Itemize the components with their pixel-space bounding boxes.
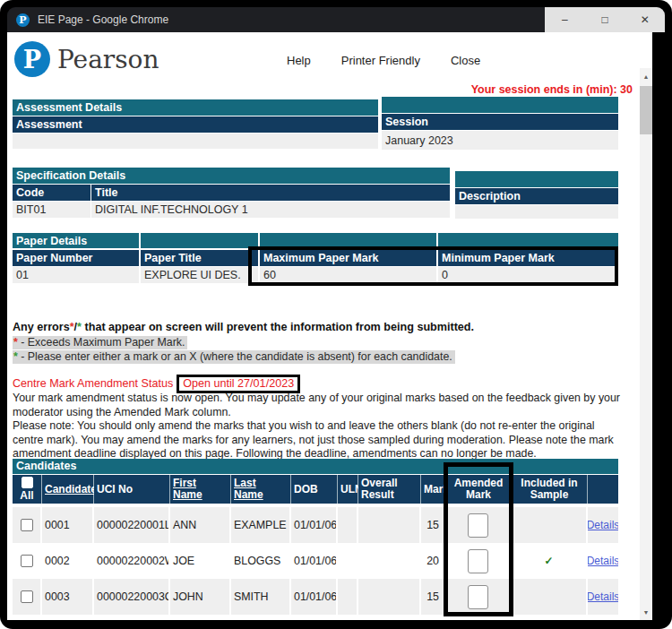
spec-title-header: Title <box>91 185 450 201</box>
description-value <box>455 205 618 219</box>
paper-number-value: 01 <box>13 267 139 283</box>
included-in-sample-cell <box>512 579 588 615</box>
candidate-cell: 0001 <box>42 507 94 543</box>
min-paper-mark-value: 0 <box>438 267 618 283</box>
mark-cell: 15 <box>421 507 446 543</box>
col-header-uci-no: UCI No <box>94 475 170 504</box>
amended-mark-input[interactable] <box>468 549 488 573</box>
included-in-sample-cell <box>512 507 588 543</box>
error-item-mark-or-x: * - Please enter either a mark or an X (… <box>13 350 455 364</box>
uci-cell: 00000220001L <box>94 507 170 543</box>
minimize-icon[interactable]: – <box>545 7 585 32</box>
col-header-candidate[interactable]: Candidate <box>42 475 94 504</box>
max-paper-mark-header: Maximum Paper Mark <box>260 250 436 266</box>
amended-mark-input[interactable] <box>468 513 488 538</box>
pearson-logo-icon: P <box>14 41 50 77</box>
paper-details-caption: Paper Details <box>13 233 139 248</box>
uln-cell <box>338 579 358 615</box>
paper-number-header: Paper Number <box>13 250 139 266</box>
assessment-header: Assessment <box>13 116 378 133</box>
details-cell: Details <box>588 579 618 615</box>
pearson-favicon-icon: P <box>16 13 30 27</box>
vertical-scrollbar[interactable]: ▲ ▼ <box>640 68 652 620</box>
col-header-overall-result: Overall Result <box>358 475 421 504</box>
session-caption <box>382 97 618 113</box>
amendment-paragraph-1: Your mark amendment status is now open. … <box>13 392 625 419</box>
paper-caption-spacer-1 <box>141 233 258 248</box>
scroll-up-icon[interactable]: ▲ <box>640 70 652 82</box>
amended-mark-cell <box>446 507 512 543</box>
last-name-cell: BLOGGS <box>231 543 291 579</box>
window-controls: – □ ✕ <box>545 7 665 32</box>
row-select-cell <box>13 543 42 579</box>
paper-title-header: Paper Title <box>141 250 258 266</box>
scrollbar-thumb[interactable] <box>640 86 652 134</box>
first-name-cell: JOE <box>170 543 231 579</box>
session-header: Session <box>382 114 618 130</box>
details-link[interactable]: Details <box>588 590 618 603</box>
description-header: Description <box>455 188 618 204</box>
col-header-last-name[interactable]: Last Name <box>231 475 291 504</box>
col-header-dob: DOB <box>291 475 338 504</box>
paper-caption-spacer-3 <box>438 233 618 248</box>
dob-cell: 01/01/06 <box>291 579 338 615</box>
select-all-checkbox[interactable] <box>22 477 33 488</box>
mark-cell: 15 <box>421 579 446 615</box>
candidates-header-row: All Candidate UCI No First Name Last Nam… <box>13 475 618 504</box>
help-link[interactable]: Help <box>287 54 311 67</box>
assessment-details-caption: Assessment Details <box>13 99 378 116</box>
details-link[interactable]: Details <box>588 519 618 531</box>
paper-title-value: EXPLORE UI DES. <box>141 267 258 283</box>
select-all-cell: All <box>13 475 42 504</box>
row-select-cell <box>13 507 42 543</box>
col-header-amended-mark: Amended Mark <box>446 475 512 504</box>
uci-cell: 00000220003C <box>94 579 170 615</box>
row-checkbox[interactable] <box>21 590 33 603</box>
page-nav: Help Printer Friendly Close <box>287 54 480 67</box>
row-checkbox[interactable] <box>21 519 33 531</box>
max-paper-mark-value: 60 <box>260 267 436 283</box>
amendment-status-line: Centre Mark Amendment StatusOpen until 2… <box>13 375 300 393</box>
session-timer: Your session ends in (min): 30 <box>471 83 633 96</box>
uln-cell <box>338 507 358 543</box>
col-header-details <box>588 475 618 504</box>
candidates-caption: Candidates <box>13 459 618 474</box>
table-row: 0002 00000220002W JOE BLOGGS 01/01/06 20… <box>13 543 618 579</box>
maximize-icon[interactable]: □ <box>585 7 625 32</box>
min-paper-mark-header: Minimum Paper Mark <box>438 250 618 266</box>
amended-mark-input[interactable] <box>468 585 488 609</box>
window-titlebar: P EIE Page - Google Chrome – □ ✕ <box>7 7 665 32</box>
error-item-mark-or-x-text: - Please enter either a mark or an X (wh… <box>18 350 452 363</box>
row-checkbox[interactable] <box>21 555 33 567</box>
select-all-label: All <box>20 490 33 502</box>
close-link[interactable]: Close <box>451 54 480 67</box>
dob-cell: 01/01/06 <box>291 507 338 543</box>
details-cell: Details <box>588 507 618 543</box>
amendment-status-value: Open until 27/01/2023 <box>177 375 300 393</box>
error-item-max-mark: * - Exceeds Maximum Paper Mark. <box>13 336 187 349</box>
page-content: P Pearson Help Printer Friendly Close Yo… <box>7 32 652 620</box>
amended-mark-cell <box>446 579 512 615</box>
details-link[interactable]: Details <box>588 555 618 567</box>
scroll-down-icon[interactable]: ▼ <box>640 606 652 618</box>
overall-result-cell <box>358 579 421 615</box>
mark-cell: 20 <box>421 543 446 579</box>
included-in-sample-cell: ✓ <box>512 543 588 579</box>
overall-result-cell <box>358 507 421 543</box>
amendment-status-label: Centre Mark Amendment Status <box>13 377 173 390</box>
printer-friendly-link[interactable]: Printer Friendly <box>341 54 420 67</box>
uci-cell: 00000220002W <box>94 543 170 579</box>
assessment-value <box>13 134 378 149</box>
errors-heading: Any errors*/* that appear on screen will… <box>13 321 474 333</box>
error-item-max-mark-text: - Exceeds Maximum Paper Mark. <box>18 336 185 349</box>
first-name-cell: ANN <box>170 507 231 543</box>
close-icon[interactable]: ✕ <box>625 7 665 32</box>
paper-caption-spacer-2 <box>260 233 436 248</box>
description-caption <box>455 171 618 187</box>
uln-cell <box>338 543 358 579</box>
col-header-first-name[interactable]: First Name <box>170 475 231 504</box>
pearson-wordmark: Pearson <box>57 45 159 74</box>
row-select-cell <box>13 579 42 615</box>
details-cell: Details <box>588 543 618 579</box>
col-header-mark: Mark <box>421 475 446 504</box>
